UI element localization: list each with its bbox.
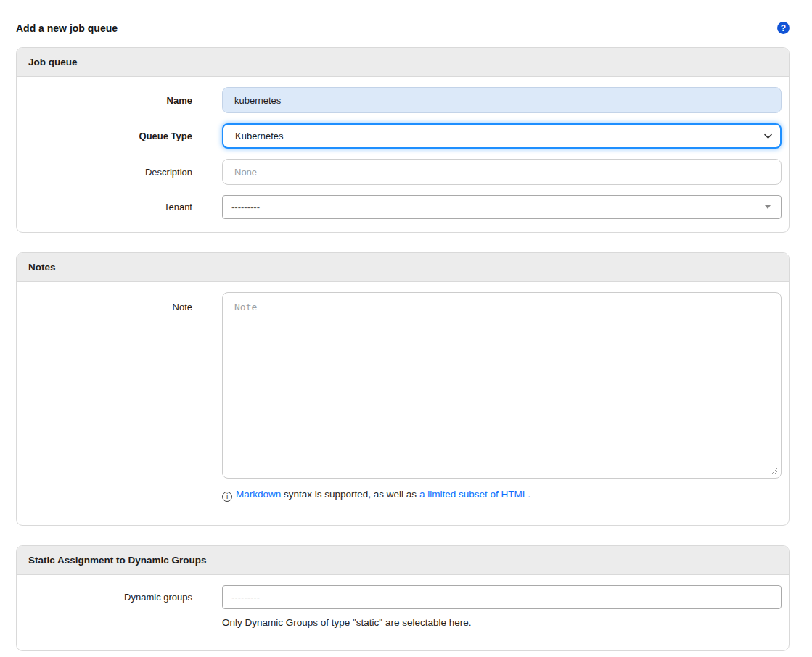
markdown-link[interactable]: Markdown [236,489,281,500]
description-input[interactable] [222,159,782,185]
section-static-assignment-header: Static Assignment to Dynamic Groups [17,546,789,575]
description-label: Description [17,167,222,178]
section-notes-body: Note iMarkdown syntax is supported, as w… [17,282,789,525]
markdown-help-text: iMarkdown syntax is supported, as well a… [222,489,782,502]
form-row-tenant: Tenant --------- [17,195,782,219]
form-row-queue-type: Queue Type Kubernetes [17,123,782,149]
dynamic-groups-select[interactable]: --------- [222,585,782,609]
name-label: Name [17,95,222,106]
section-notes: Notes Note iMarkdown syntax is supported… [16,252,790,526]
form-row-description: Description [17,159,782,185]
section-job-queue: Job queue Name Queue Type Kubernetes [16,47,790,233]
question-mark-icon: ? [781,24,786,33]
dynamic-groups-label: Dynamic groups [17,585,222,609]
tenant-label: Tenant [17,202,222,212]
form-row-name: Name [17,87,782,113]
section-static-assignment-body: Dynamic groups --------- Only Dynamic Gr… [17,575,789,650]
info-icon: i [222,492,232,502]
section-job-queue-body: Name Queue Type Kubernetes Description [17,77,789,232]
add-job-queue-page: Add a new job queue ? Job queue Name Que… [16,0,790,651]
form-row-dynamic-groups: Dynamic groups --------- Only Dynamic Gr… [17,585,782,628]
name-field [222,87,782,113]
note-label: Note [17,292,222,313]
tenant-select[interactable]: --------- [222,195,782,219]
name-input[interactable] [222,87,782,113]
help-button[interactable]: ? [777,22,790,34]
dynamic-groups-helptext: Only Dynamic Groups of type "static" are… [222,617,782,628]
page-header: Add a new job queue ? [16,22,790,34]
description-field [222,159,782,185]
section-notes-header: Notes [17,253,789,282]
markdown-help-middle: syntax is supported, as well as [281,489,419,500]
queue-type-field: Kubernetes [222,123,782,149]
section-job-queue-header: Job queue [17,48,789,77]
dynamic-groups-select-value: --------- [231,592,260,603]
page-title: Add a new job queue [16,22,118,34]
html-subset-link[interactable]: a limited subset of HTML. [419,489,530,500]
note-textarea[interactable] [222,292,782,479]
tenant-field: --------- [222,195,782,219]
form-row-note: Note [17,292,782,479]
tenant-select-value: --------- [231,202,260,212]
section-static-assignment: Static Assignment to Dynamic Groups Dyna… [16,545,790,651]
note-field [222,292,782,479]
dropdown-arrow-icon [765,205,771,209]
dynamic-groups-field: --------- Only Dynamic Groups of type "s… [222,585,782,628]
queue-type-select[interactable]: Kubernetes [222,123,782,149]
queue-type-label: Queue Type [17,131,222,141]
